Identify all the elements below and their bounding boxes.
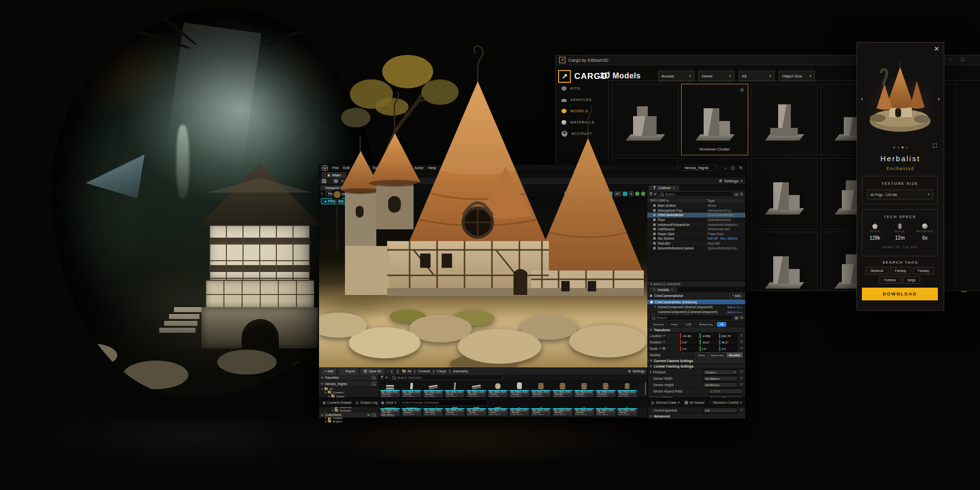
gear-icon[interactable]: ⚙	[740, 316, 743, 320]
filter-funnel-icon[interactable]	[380, 376, 384, 379]
edit-in-cpp-link[interactable]: Edit in C++	[727, 305, 742, 309]
component-row-camera[interactable]: CameraComponent (CameraComponent) Edit i…	[647, 309, 745, 314]
scale-x-field[interactable]: 1.0	[680, 346, 698, 351]
derived-data-button[interactable]: ▥Derived Data▾	[651, 400, 680, 405]
screen-percentage-icon[interactable]	[635, 192, 639, 196]
cmd-dropdown[interactable]: ▣Cmd▾	[381, 400, 397, 405]
chip-4[interactable]: All	[717, 322, 726, 327]
chevron-down-icon[interactable]: ▾	[660, 346, 661, 350]
model-tile-12[interactable]: ☆	[751, 232, 818, 291]
camera-speed-value[interactable]: 4	[629, 191, 634, 196]
outliner-row-2[interactable]: CineCameraActor CineCameraActor	[647, 213, 745, 218]
level-viewport[interactable]: Viewport 1 × ≡ Perspective Lit Show 10	[319, 185, 648, 368]
filter-dropdown-3[interactable]: Object Size ▾	[779, 71, 815, 81]
content-drawer-button[interactable]: ▦Content Drawer	[322, 400, 352, 405]
tag-3[interactable]: Fortress	[880, 276, 901, 284]
outliner-row-9[interactable]: SphereReflectionCapture SphereReflection…	[647, 245, 745, 250]
reset-icon[interactable]: ↺	[740, 383, 743, 387]
platforms-icon[interactable]	[359, 179, 363, 183]
scale-tool-icon[interactable]	[582, 192, 587, 196]
scale-z-field[interactable]: 1.0	[719, 346, 737, 351]
sidebar-item-3[interactable]: MATERIALS	[562, 117, 607, 128]
close-button[interactable]: ✕	[739, 166, 742, 170]
asset-tile-4[interactable]: SM_KB3D_HVN_BeamB Static Mesh	[466, 381, 487, 398]
tag-0[interactable]: Medieval	[866, 267, 888, 274]
section-advanced[interactable]: ▸Advanced	[647, 414, 745, 419]
sensor-height-field[interactable]: 18.067mm	[703, 382, 737, 388]
add-component-button[interactable]: + Add	[730, 293, 743, 298]
asset-tile-9[interactable]: SM_KB3D_HVN_BarrelC Static Mesh	[574, 381, 594, 398]
outliner-row-3[interactable]: Floor StaticMeshActor	[647, 218, 745, 222]
grid-snap-value[interactable]: 10	[600, 191, 606, 196]
model-tile-7[interactable]: ☆	[751, 158, 818, 229]
sidebar-item-0[interactable]: KITS	[562, 83, 607, 94]
landscape-tool-icon[interactable]	[351, 179, 355, 183]
previous-image-arrow[interactable]: ‹	[861, 96, 863, 102]
filter-dropdown-2[interactable]: Kit ▾	[738, 71, 775, 81]
outliner-row-0[interactable]: Main (Editor) World	[647, 203, 745, 208]
menu-item-2[interactable]: Window	[354, 166, 368, 170]
rotate-tool-icon[interactable]	[576, 192, 581, 196]
details-search-box[interactable]	[649, 315, 733, 320]
favorites-header[interactable]: ▸Favorites	[319, 374, 378, 381]
eject-icon[interactable]: ▴	[375, 199, 377, 203]
rotation-z-field[interactable]: 40.2°	[719, 340, 737, 345]
content-browser-settings[interactable]: ⚙Settings	[628, 369, 645, 373]
menu-item-6[interactable]: Actor	[415, 166, 424, 170]
asset-tile-1[interactable]: SM_KB3D_HVN_PlankA Static Mesh	[401, 381, 422, 398]
tab-viewport-1[interactable]: Viewport 1 ×	[320, 185, 351, 191]
edit-in-cpp-link[interactable]: Edit in C++	[727, 310, 742, 314]
import-button[interactable]: ↓Import	[339, 368, 358, 374]
console-command-box[interactable]	[400, 399, 488, 406]
mobility-option-1[interactable]: Stationary	[708, 352, 727, 358]
rotation-snap-icon[interactable]	[608, 192, 612, 196]
editor-modes-icon[interactable]	[334, 179, 338, 183]
menu-item-0[interactable]: File	[332, 166, 339, 170]
asset-preview[interactable]	[861, 53, 940, 144]
viewport-settings-button[interactable]: ⚙ Settings ▾	[719, 179, 742, 183]
back-icon[interactable]: ◂	[324, 199, 326, 203]
gallery-dot-1[interactable]	[898, 147, 900, 148]
tab-main-level[interactable]: Main	[321, 172, 347, 178]
project-header[interactable]: ▸Heroes_Nights	[319, 381, 378, 387]
outliner-search-input[interactable]	[665, 193, 731, 196]
save-all-button[interactable]: Save All	[361, 368, 384, 374]
tag-4[interactable]: Seige	[903, 276, 920, 284]
realtime-icon[interactable]	[641, 192, 645, 196]
filter-dropdown-1[interactable]: Genre ▾	[698, 71, 735, 81]
reset-icon[interactable]: ↺	[740, 408, 743, 412]
add-collection-icon[interactable]: ⊕	[367, 413, 370, 417]
tag-1[interactable]: Fantasy	[890, 267, 911, 274]
menu-item-1[interactable]: Edit	[343, 166, 350, 170]
chevron-down-icon[interactable]: ▾	[342, 179, 343, 183]
asset-tile-6[interactable]: SM_KB3D_HVN_GloveA Static Mesh	[509, 381, 530, 398]
ue-titlebar[interactable]: u FileEditWindowToolsBuildSelectActorHel…	[319, 165, 745, 172]
next-image-arrow[interactable]: ›	[938, 96, 940, 102]
breadcrumb-cargo[interactable]: Cargo	[437, 369, 446, 373]
outliner-search-box[interactable]	[658, 191, 733, 197]
texture-size-dropdown[interactable]: 4k Pngs - 126 Mb ▾	[867, 190, 933, 199]
download-button[interactable]: DOWNLOAD	[862, 288, 938, 300]
close-icon[interactable]: ✕	[934, 46, 939, 52]
minimize-button[interactable]: –	[950, 57, 952, 62]
favorite-star-icon[interactable]: ☆	[739, 87, 744, 93]
asset-tile-3[interactable]: SM_KB3D_HVN_PoleA Static Mesh	[444, 381, 465, 398]
breadcrumb-all[interactable]: All	[408, 369, 412, 373]
tag-2[interactable]: Fantasy	[913, 267, 934, 274]
gallery-dot-0[interactable]	[893, 147, 895, 148]
asset-search-box[interactable]	[390, 374, 502, 380]
rotation-x-field[interactable]: 0.0°	[680, 340, 698, 345]
maximize-button[interactable]: ▢	[960, 57, 965, 62]
asset-search-input[interactable]	[397, 376, 500, 379]
camera-speed-icon[interactable]	[623, 192, 627, 196]
gallery-dot-2[interactable]	[902, 147, 904, 148]
minimize-button[interactable]: –	[724, 166, 726, 170]
section-current-camera-settings[interactable]: ▾Current Camera Settings	[647, 358, 745, 364]
all-saved-status[interactable]: All Saved	[685, 400, 704, 405]
outliner-row-1[interactable]: Atmospheric Fog AtmosphericFog	[647, 208, 745, 213]
forward-icon[interactable]: ❯	[396, 369, 399, 373]
chevron-down-icon[interactable]: ▾	[386, 375, 388, 380]
asset-tile-2[interactable]: SM_KB3D_HVN_BeamA Static Mesh	[423, 381, 443, 398]
folder-icon[interactable]: ▤	[735, 192, 738, 196]
location-z-field[interactable]: 292.79	[719, 333, 737, 339]
